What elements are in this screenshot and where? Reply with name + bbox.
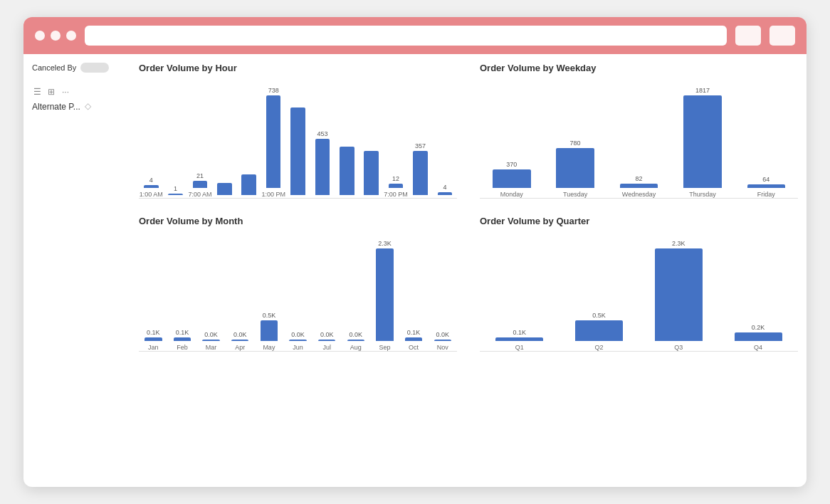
bar-value-label: 0.0K — [291, 331, 305, 338]
bar-axis-label: Apr — [235, 344, 245, 351]
bar-group: 0.1KFeb — [168, 238, 197, 351]
bar-value-label: 780 — [570, 140, 581, 147]
bar-fill — [340, 147, 354, 195]
bar-fill — [144, 185, 159, 188]
bar-axis-label: Sep — [379, 344, 390, 351]
bar-fill — [217, 183, 232, 195]
more-icon[interactable]: ··· — [62, 87, 72, 97]
filter-icon[interactable]: ☰ — [33, 87, 43, 97]
bar-group: 0.5KMay — [255, 238, 284, 351]
bar-fill — [575, 320, 623, 341]
bar-value-label: 4 — [443, 184, 446, 191]
bar-group — [237, 85, 261, 198]
alternate-p-item[interactable]: Alternate P... ◇ — [32, 101, 133, 112]
bar-axis-label: Q2 — [595, 344, 604, 351]
canceled-by-pill — [80, 63, 109, 73]
bar-group: 127:00 PM — [384, 85, 408, 198]
bar-value-label: 0.5K — [592, 312, 606, 319]
chart-month-title: Order Volume by Month — [139, 216, 457, 226]
bar-fill — [315, 139, 330, 195]
sidebar: Canceled By ☰ ⊞ ··· Alternate P... ◇ — [32, 63, 139, 352]
bar-group — [335, 85, 359, 198]
bar-fill — [318, 340, 335, 341]
bar-group — [285, 85, 310, 198]
bar-group: 1817Thursday — [671, 85, 734, 198]
canceled-by-label-text: Canceled By — [32, 63, 76, 72]
bar-value-label: 0.0K — [233, 331, 247, 338]
bar-group — [212, 85, 236, 198]
bar-group: 64Friday — [735, 85, 798, 198]
bar-fill — [735, 332, 782, 341]
bar-group: 41:00 AM — [139, 85, 163, 198]
bar-group: 357 — [408, 85, 432, 198]
bar-group: 0.0KMar — [196, 238, 226, 351]
bar-group: 0.1KJan — [139, 238, 168, 351]
bar-axis-label: Aug — [350, 344, 362, 351]
traffic-light-close[interactable] — [35, 31, 45, 41]
bar-group: 0.0KJul — [312, 238, 342, 351]
bar-axis-label: Tuesday — [563, 191, 587, 198]
bar-fill — [261, 320, 278, 341]
chart-hour-title: Order Volume by Hour — [139, 63, 457, 73]
bar-value-label: 12 — [392, 175, 399, 182]
bar-group: 4 — [433, 85, 457, 198]
traffic-light-maximize[interactable] — [66, 31, 76, 41]
chart-weekday-bars: 370Monday780Tuesday82Wednesday1817Thursd… — [480, 85, 798, 199]
bar-fill — [493, 169, 531, 188]
bar-group: 7381:00 PM — [261, 85, 285, 198]
bar-group: 2.3KQ3 — [639, 238, 719, 351]
bar-fill — [290, 107, 305, 196]
bar-value-label: 0.0K — [320, 331, 334, 338]
bar-fill — [434, 340, 451, 341]
grid-icon[interactable]: ⊞ — [48, 87, 58, 97]
bar-group: 780Tuesday — [543, 85, 606, 198]
bar-value-label: 2.3K — [378, 240, 392, 247]
bar-axis-label: Thursday — [689, 191, 716, 198]
chart-month: Order Volume by Month 0.1KJan0.1KFeb0.0K… — [139, 216, 457, 352]
bar-axis-label: Nov — [437, 344, 448, 351]
bar-value-label: 370 — [506, 161, 517, 168]
browser-btn-2[interactable] — [769, 26, 795, 46]
bar-axis-label: Mar — [206, 344, 217, 351]
bar-group: 2.3KSep — [370, 238, 399, 351]
bar-value-label: 82 — [636, 175, 643, 182]
bar-axis-label: Wednesday — [622, 191, 656, 198]
canceled-by-filter: Canceled By — [32, 63, 133, 73]
bar-fill — [405, 337, 422, 341]
bar-group: 0.0KAug — [341, 238, 370, 351]
address-bar[interactable] — [85, 26, 727, 46]
bar-value-label: 1 — [174, 185, 177, 192]
chart-quarter: Order Volume by Quarter 0.1KQ10.5KQ22.3K… — [480, 216, 798, 352]
bar-group: 370Monday — [480, 85, 543, 198]
bar-axis-label: Q1 — [515, 344, 524, 351]
bar-axis-label: Monday — [500, 191, 523, 198]
bar-axis-label: Q4 — [754, 344, 762, 351]
bar-axis-label: Jan — [148, 344, 159, 351]
bar-value-label: 0.1K — [407, 329, 421, 336]
erase-icon[interactable]: ◇ — [85, 101, 96, 112]
traffic-light-minimize[interactable] — [51, 31, 61, 41]
browser-btn-1[interactable] — [735, 26, 761, 46]
bar-fill — [747, 184, 786, 188]
chart-hour: Order Volume by Hour 41:00 AM1217:00 AM7… — [139, 63, 457, 199]
browser-window: Canceled By ☰ ⊞ ··· Alternate P... ◇ Ord… — [23, 17, 807, 487]
bar-group: 0.0KJun — [283, 238, 312, 351]
traffic-lights — [35, 31, 76, 41]
chart-hour-bars: 41:00 AM1217:00 AM7381:00 PM453127:00 PM… — [139, 85, 457, 199]
bar-group: 0.2KQ4 — [718, 238, 798, 351]
bar-fill — [413, 151, 428, 195]
bar-group: 0.0KNov — [428, 238, 457, 351]
bar-fill — [241, 174, 256, 195]
bar-value-label: 0.1K — [147, 329, 160, 336]
bar-fill — [145, 337, 162, 341]
bar-fill — [438, 192, 453, 195]
bar-axis-label: 1:00 PM — [261, 191, 285, 198]
bar-group — [359, 85, 384, 198]
bar-value-label: 0.0K — [436, 331, 449, 338]
bar-axis-label: Jul — [322, 344, 331, 351]
chart-weekday-title: Order Volume by Weekday — [480, 63, 798, 73]
bar-fill — [193, 181, 208, 188]
bar-fill — [289, 340, 306, 341]
bar-fill — [655, 248, 703, 341]
bar-value-label: 0.1K — [176, 329, 189, 336]
